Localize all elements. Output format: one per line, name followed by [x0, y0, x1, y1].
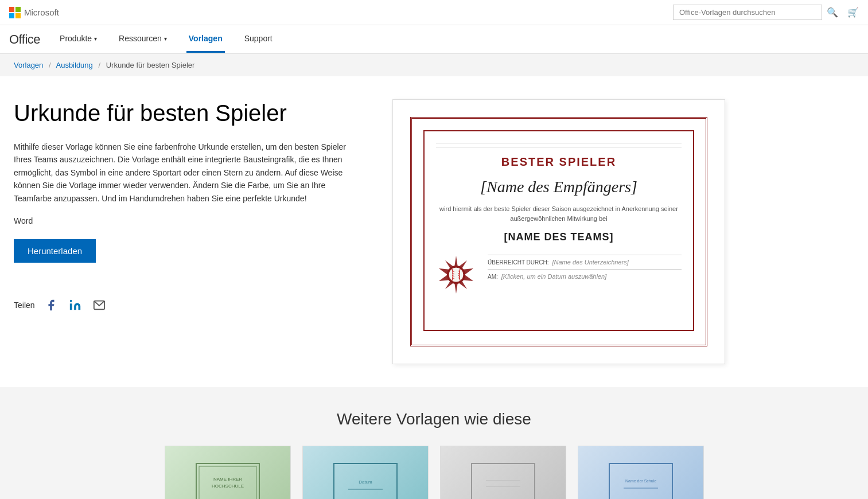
svg-text:HOCHSCHULE: HOCHSCHULE: [211, 484, 243, 489]
page-title: Urkunde für besten Spieler: [14, 99, 358, 127]
breadcrumb-vorlagen[interactable]: Vorlagen: [14, 61, 43, 69]
nav-item-support[interactable]: Support: [242, 26, 275, 53]
svg-text:Datum: Datum: [359, 479, 372, 485]
cert-bottom: ÜBERREICHT DURCH: [Name des Unterzeichne…: [436, 255, 682, 295]
template-thumb-3: [441, 446, 566, 499]
cert-team-name: [NAME DES TEAMS]: [504, 231, 614, 243]
breadcrumb: Vorlagen / Ausbildung / Urkunde für best…: [0, 54, 868, 76]
nav-bar: Office Produkte ▾ Ressourcen ▾ Vorlagen …: [0, 25, 868, 54]
cert-field-row-1: ÜBERREICHT DURCH: [Name des Unterzeichne…: [488, 255, 682, 266]
top-bar: Microsoft 🔍 🛒: [0, 0, 868, 25]
right-section: BESTER SPIELER [Name des Empfängers] wir…: [392, 99, 725, 364]
svg-text:Name der Schule: Name der Schule: [625, 479, 656, 483]
cert-field-row-2: AM: [Klicken, um ein Datum auszuwählen]: [488, 269, 682, 280]
left-section: Urkunde für besten Spieler Mithilfe dies…: [14, 99, 358, 364]
certificate-inner: BESTER SPIELER [Name des Empfängers] wir…: [423, 130, 694, 331]
nav-item-produkte[interactable]: Produkte ▾: [57, 26, 99, 53]
chevron-down-icon: ▾: [94, 36, 97, 42]
facebook-icon[interactable]: [43, 297, 59, 313]
template-card-1[interactable]: NAME IHRER HOCHSCHULE Name Ihrer Hochsch…: [165, 446, 291, 499]
microsoft-logo[interactable]: Microsoft: [9, 7, 59, 18]
preview-container: BESTER SPIELER [Name des Empfängers] wir…: [392, 99, 725, 364]
microsoft-logo-text: Microsoft: [24, 7, 59, 17]
template-thumb-2: Datum: [303, 446, 428, 499]
bottom-title: Weitere Vorlagen wie diese: [14, 410, 854, 428]
breadcrumb-ausbildung[interactable]: Ausbildung: [56, 61, 92, 69]
cert-field-value-1: [Name des Unterzeichners]: [552, 259, 629, 266]
template-thumb-icon-4: Name der Schule: [606, 461, 675, 499]
template-thumb-icon-3: [469, 461, 538, 499]
certificate-preview: BESTER SPIELER [Name des Empfängers] wir…: [410, 117, 707, 346]
template-thumb-icon-1: NAME IHRER HOCHSCHULE: [193, 461, 262, 499]
breadcrumb-sep-1: /: [49, 61, 51, 69]
breadcrumb-sep-2: /: [98, 61, 100, 69]
svg-rect-12: [472, 463, 535, 499]
search-input[interactable]: [673, 5, 822, 20]
main-content: Urkunde für besten Spieler Mithilfe dies…: [0, 76, 861, 387]
email-icon[interactable]: [91, 297, 107, 313]
app-label: Word: [14, 216, 358, 225]
svg-point-0: [69, 300, 72, 302]
bottom-section: Weitere Vorlagen wie diese NAME IHRER HO…: [0, 387, 868, 499]
office-logo-text[interactable]: Office: [9, 32, 40, 47]
cert-field-label-1: ÜBERREICHT DURCH:: [488, 259, 549, 266]
cert-name-placeholder: [Name des Empfängers]: [480, 178, 637, 196]
template-thumb-1: NAME IHRER HOCHSCHULE: [165, 446, 290, 499]
templates-grid: NAME IHRER HOCHSCHULE Name Ihrer Hochsch…: [14, 446, 854, 499]
template-card-2[interactable]: Datum Datum: [302, 446, 429, 499]
cert-title: BESTER SPIELER: [501, 155, 616, 169]
cert-field-value-2: [Klicken, um ein Datum auszuwählen]: [501, 273, 606, 280]
breadcrumb-current: Urkunde für besten Spieler: [106, 61, 195, 69]
cart-button[interactable]: 🛒: [847, 7, 859, 18]
ms-grid-icon: [9, 7, 21, 18]
template-thumb-4: Name der Schule: [578, 446, 703, 499]
share-section: Teilen: [14, 297, 358, 313]
template-thumb-icon-2: Datum: [331, 461, 400, 499]
cert-seal-icon: [436, 255, 476, 295]
nav-item-ressourcen[interactable]: Ressourcen ▾: [116, 26, 169, 53]
template-card-4[interactable]: Name der Schule Name der Schule: [578, 446, 704, 499]
svg-text:NAME IHRER: NAME IHRER: [213, 477, 242, 482]
svg-rect-6: [199, 466, 256, 499]
description: Mithilfe dieser Vorlage können Sie eine …: [14, 141, 358, 205]
template-card-3[interactable]: [440, 446, 566, 499]
cert-field-label-2: AM:: [488, 274, 498, 280]
cert-awarded-text: wird hiermit als der beste Spieler diese…: [436, 204, 682, 223]
chevron-down-icon: ▾: [164, 36, 167, 42]
linkedin-icon[interactable]: [67, 297, 83, 313]
share-label: Teilen: [14, 301, 35, 310]
cert-fields: ÜBERREICHT DURCH: [Name des Unterzeichne…: [488, 255, 682, 283]
download-button[interactable]: Herunterladen: [14, 239, 96, 263]
svg-point-4: [449, 267, 464, 282]
search-area: 🔍 🛒: [673, 5, 859, 20]
nav-item-vorlagen[interactable]: Vorlagen: [186, 26, 225, 53]
cert-lines: [436, 143, 682, 147]
search-button[interactable]: 🔍: [827, 7, 838, 18]
